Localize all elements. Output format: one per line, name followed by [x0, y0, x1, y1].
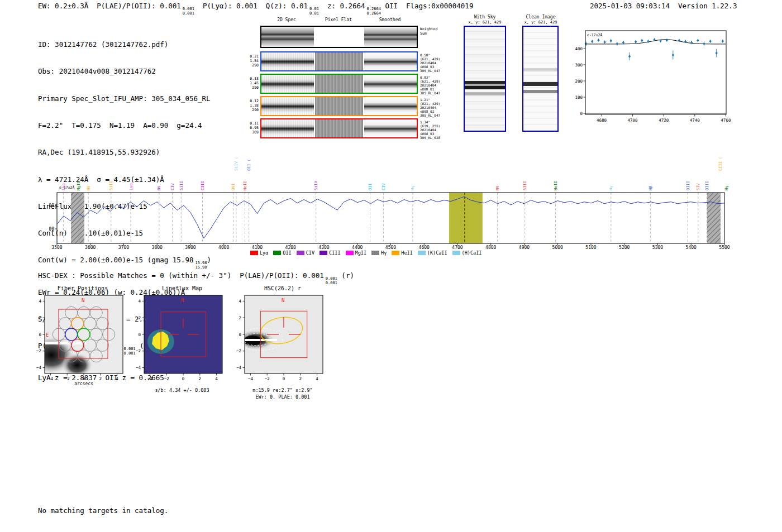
legend-item: CIV [297, 250, 314, 256]
y-tick-label: 2 [239, 315, 241, 320]
cutout-pixelflat-image [315, 119, 363, 137]
info-primary-slot: Primary Spec_Slot_IFU_AMP: 305_034_056_R… [38, 94, 211, 103]
x-tick-label: 4700 [452, 245, 462, 250]
y-tick-label: 100 [575, 95, 583, 100]
spectrum-line [57, 196, 724, 238]
x-tick-label: 3700 [118, 245, 129, 250]
legend-label: CIII [329, 250, 340, 256]
x-tick-label: 4600 [419, 245, 430, 250]
legend-item: (K)CaII [418, 250, 447, 256]
x-tick-label: 4000 [218, 245, 229, 250]
x-tick-label: 5300 [652, 245, 663, 250]
y-tick-label: 4 [138, 299, 141, 304]
masked-streak [45, 342, 86, 344]
z-line-type: OII [385, 2, 398, 10]
data-point [635, 40, 637, 43]
legend-label: OII [283, 250, 291, 256]
cutout-row [260, 74, 418, 94]
cutout-row-stats: 0.121.38290 [244, 99, 259, 112]
qz-range: 0.010.01 [309, 7, 319, 16]
y-tick-label: 2 [138, 315, 141, 320]
y-tick-label: 0 [138, 332, 141, 337]
line-marker-label: NV [157, 185, 161, 190]
x-tick-label: 4300 [318, 245, 329, 250]
line-marker-label: OIII [705, 181, 709, 190]
timestamp: 2025-01-03 09:03:14 [590, 2, 670, 10]
north-label: N [181, 298, 184, 303]
x-tick-label: 3900 [185, 245, 196, 250]
x-tick-label: −2 [164, 376, 169, 381]
info-id: ID: 3012147762 (3012147762.pdf) [38, 40, 211, 49]
z-range: 0.26640.2664 [367, 7, 381, 16]
legend-item: Lyα [250, 250, 268, 256]
masked-band-hatch [71, 193, 84, 243]
footer-line-1: No matching targets in catalog. [38, 506, 168, 515]
x-tick-label: 3800 [152, 245, 163, 250]
data-point [591, 40, 593, 43]
line-marker-label: SiIV ( [234, 157, 239, 171]
legend-swatch [418, 251, 426, 255]
data-point [666, 39, 668, 41]
legend-label: Hγ [381, 250, 387, 256]
legend-label: (K)CaII [427, 250, 447, 256]
plya-stat: P(Lyα): 0.001 [203, 2, 258, 10]
col-header-pixelflat: Pixel Flat [313, 17, 364, 22]
data-point [622, 41, 624, 44]
line-marker-label: CIV [170, 183, 175, 190]
data-point [603, 41, 605, 44]
line-marker-label: MgII [77, 181, 81, 190]
zoom-axes-box [585, 31, 726, 114]
legend-swatch [346, 251, 354, 255]
data-point [641, 39, 643, 42]
legend-item: (H)CaII [452, 250, 482, 256]
cutout-2dspec-image [261, 52, 314, 70]
clean-image-xy: x, y: 621, 429 [516, 20, 566, 25]
spectrum-legend: LyαOIICIVCIIIMgIIHγHeII(K)CaII(H)CaII [250, 250, 481, 256]
y-tick-label: −2 [36, 348, 41, 353]
x-tick-label: 2 [99, 376, 102, 381]
col-header-2dspec: 2D Spec [260, 17, 313, 22]
x-tick-label: 5500 [719, 245, 729, 250]
data-point [703, 42, 705, 45]
cutout-row [260, 51, 418, 71]
z-stat: z: 0.26640.26640.2664 OII [327, 2, 398, 10]
line-marker-label: SIII [523, 181, 527, 190]
legend-label: Lyα [260, 250, 268, 256]
legend-swatch [392, 251, 399, 255]
x-tick-label: 4400 [352, 245, 363, 250]
cutout-grid: WeightedSum0.211.542900.58"(621, 429)202… [260, 26, 418, 144]
legend-swatch [297, 251, 304, 255]
x-tick-label: 5400 [686, 245, 697, 250]
x-tick-label: 3500 [51, 245, 62, 250]
cutout-smoothed-image [364, 52, 417, 70]
qz-value: Q(z): 0.01 [266, 2, 308, 10]
y-tick-label: 4 [39, 299, 41, 304]
lineflux-panel-title: Lineflux Map [135, 285, 230, 291]
cutout-row-meta: 1.34"(619, 255)20210404v008_03305_RL_028 [420, 120, 446, 140]
x-tick-label: −2 [65, 376, 70, 381]
line-marker-label: SiII [179, 181, 184, 190]
x-tick-label: 4800 [485, 245, 496, 250]
legend-swatch [371, 251, 379, 255]
plae-poii-stat: P(LAE)/P(OII): 0.0010.0010.001 [97, 2, 194, 10]
legend-swatch [250, 251, 258, 255]
line-marker-label: SiII [109, 181, 113, 190]
legend-item: CIII [320, 250, 340, 256]
cutout-2dspec-image [261, 27, 314, 47]
cutout-row-stats: 0.181.45290 [244, 76, 259, 90]
flags-stat: Flags:0x00004019 [406, 2, 473, 10]
x-tick-label: 4680 [597, 118, 607, 123]
masked-band-hatch [707, 193, 721, 243]
gmag-range: 15.9815.98 [195, 261, 207, 270]
y-tick-label: 200 [575, 79, 583, 84]
legend-label: (H)CaII [462, 250, 482, 256]
match-plae-range: 0.0010.001 [326, 277, 337, 285]
line-marker-label: SiIV [314, 180, 318, 190]
data-point [609, 39, 612, 42]
x-tick-label: −2 [265, 376, 270, 381]
line-marker-label: OII [368, 183, 373, 190]
x-tick-label: −4 [248, 376, 254, 381]
fiber-xlabel: arcsecs [74, 381, 93, 386]
data-point [672, 54, 674, 56]
data-point [722, 40, 724, 42]
